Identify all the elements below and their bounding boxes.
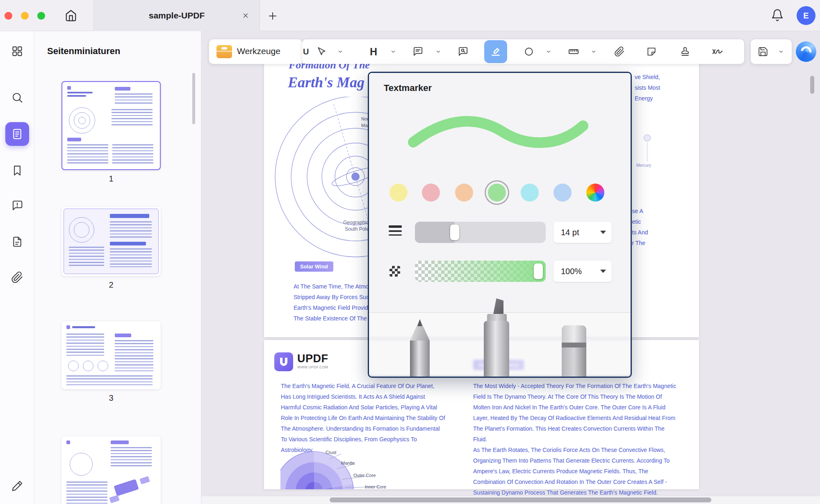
thickness-slider-thumb[interactable] — [450, 225, 459, 240]
page1-right-fragment: sists Most — [635, 84, 660, 91]
thumbnail-page-4[interactable] — [61, 436, 161, 504]
diagram-label: Mantle — [341, 461, 355, 465]
stamp-tool[interactable] — [680, 46, 691, 57]
measure-tool[interactable] — [568, 46, 579, 57]
zoom-window-button[interactable] — [37, 12, 45, 20]
sidebar-item-bookmarks[interactable] — [11, 164, 23, 177]
thickness-icon — [389, 225, 402, 238]
thumbnail-page-1[interactable] — [61, 81, 161, 170]
updf-logo: UPDF WWW.UPDF.COM — [274, 352, 328, 371]
minimize-window-button[interactable] — [21, 12, 29, 20]
tools-button[interactable]: Werkzeuge — [237, 46, 280, 56]
thumbnail-page-2[interactable] — [61, 207, 161, 276]
color-swatch-yellow[interactable] — [390, 184, 408, 202]
thumbnail-page-3[interactable] — [61, 321, 161, 389]
panel-scrollbar-thumb[interactable] — [192, 73, 195, 124]
user-avatar[interactable]: E — [797, 6, 815, 25]
ai-assistant-button[interactable] — [796, 41, 816, 62]
eraser-tool-option[interactable] — [562, 325, 586, 378]
color-swatch-orange[interactable] — [455, 184, 473, 202]
sidebar-item-signature-pen[interactable] — [11, 480, 23, 492]
stamp-icon — [680, 46, 691, 57]
circle-icon — [524, 46, 534, 57]
custom-color-swatch[interactable] — [586, 184, 604, 202]
shape-tool[interactable] — [524, 46, 534, 57]
sticker-icon — [646, 46, 657, 57]
comment-tool-dropdown[interactable] — [435, 49, 441, 54]
sidebar-item-search[interactable] — [11, 91, 23, 104]
page1-title-line2: Earth's Mag — [288, 74, 370, 91]
mercury-label: Mercury — [636, 163, 651, 168]
new-tab-button[interactable] — [266, 10, 279, 22]
underline-tool-partial[interactable]: U — [303, 47, 310, 57]
color-swatch-cyan[interactable] — [521, 184, 539, 202]
close-window-button[interactable] — [5, 12, 12, 20]
mercury-leader-line — [647, 143, 647, 161]
icon-rail — [0, 31, 34, 504]
document-tab[interactable]: sample-UPDF — [93, 0, 260, 31]
diagram-label: Crust — [326, 450, 336, 455]
page2-right-text: The Most Widely - Accepted Theory For Th… — [473, 381, 677, 498]
color-swatch-blue[interactable] — [554, 184, 572, 202]
home-icon — [65, 9, 77, 22]
sidebar-item-thumbnails-selected[interactable] — [5, 122, 29, 146]
updf-logo-icon — [274, 352, 293, 371]
size-dropdown[interactable]: 14 pt — [554, 222, 612, 243]
color-swatch-green-selected[interactable] — [488, 184, 506, 202]
save-button[interactable] — [758, 46, 768, 57]
highlighter-tool-selected[interactable] — [484, 40, 507, 63]
tab-title: sample-UPDF — [149, 11, 205, 20]
comment-search-icon — [458, 46, 469, 57]
opacity-icon — [390, 266, 400, 277]
horizontal-scrollbar-thumb[interactable] — [330, 497, 711, 502]
heading-tool[interactable]: H — [370, 46, 377, 58]
opacity-slider[interactable] — [415, 261, 546, 282]
opacity-dropdown[interactable]: 100% — [554, 261, 612, 282]
sticker-tool[interactable] — [646, 46, 657, 57]
shape-tool-dropdown[interactable] — [546, 49, 551, 54]
north-label-fragment: Nor — [361, 116, 368, 121]
marker-tool-option-selected[interactable] — [484, 298, 509, 378]
comment-tool[interactable] — [412, 46, 424, 57]
opacity-slider-thumb[interactable] — [534, 263, 543, 279]
sidebar-item-annotations[interactable] — [11, 236, 23, 248]
thickness-slider[interactable] — [415, 222, 546, 243]
sidebar-item-attachments[interactable] — [11, 271, 23, 284]
attachment-tool[interactable] — [614, 46, 625, 57]
heading-tool-dropdown[interactable] — [390, 49, 396, 54]
toolbox-icon — [216, 45, 232, 58]
opacity-value: 100% — [561, 267, 600, 276]
thumbnail-label: 1 — [61, 174, 161, 184]
comment-icon — [11, 200, 23, 212]
color-swatch-pink[interactable] — [422, 184, 440, 202]
avatar-initial: E — [803, 11, 809, 20]
tab-close-icon[interactable] — [241, 11, 251, 20]
home-button[interactable] — [61, 7, 80, 25]
pencil-tool-option[interactable] — [410, 319, 430, 378]
select-tool-dropdown[interactable] — [337, 49, 343, 54]
comment-icon — [412, 46, 424, 57]
paperclip-icon — [614, 46, 625, 57]
grid-icon — [11, 45, 23, 57]
document-viewport: Formation Of The Earth's Mag Nor Mag Geo… — [201, 31, 820, 504]
annotation-toolbar: U H — [302, 39, 744, 64]
notifications-button[interactable] — [771, 9, 785, 23]
sidebar-item-comments[interactable] — [11, 200, 23, 212]
comment-search-tool[interactable] — [458, 46, 469, 57]
axis-label: South Pole — [345, 226, 369, 232]
thumbnail-label: 2 — [61, 280, 161, 290]
solar-wind-badge: Solar Wind — [295, 261, 333, 272]
sidebar-item-dashboard[interactable] — [11, 45, 23, 57]
measure-tool-dropdown[interactable] — [591, 49, 597, 54]
chevron-down-icon — [600, 270, 606, 273]
vertical-scrollbar-thumb[interactable] — [810, 76, 814, 94]
select-tool[interactable] — [316, 46, 327, 57]
save-dropdown[interactable] — [778, 49, 784, 54]
save-icon — [758, 46, 768, 57]
axis-label: Geographic — [343, 220, 369, 225]
signature-tool[interactable] — [711, 45, 724, 58]
diagram-label: Outer Core — [353, 473, 376, 478]
stroke-preview — [402, 108, 594, 163]
north-label-fragment: Mag — [361, 123, 368, 128]
panel-title: Seitenminiaturen — [47, 46, 120, 57]
